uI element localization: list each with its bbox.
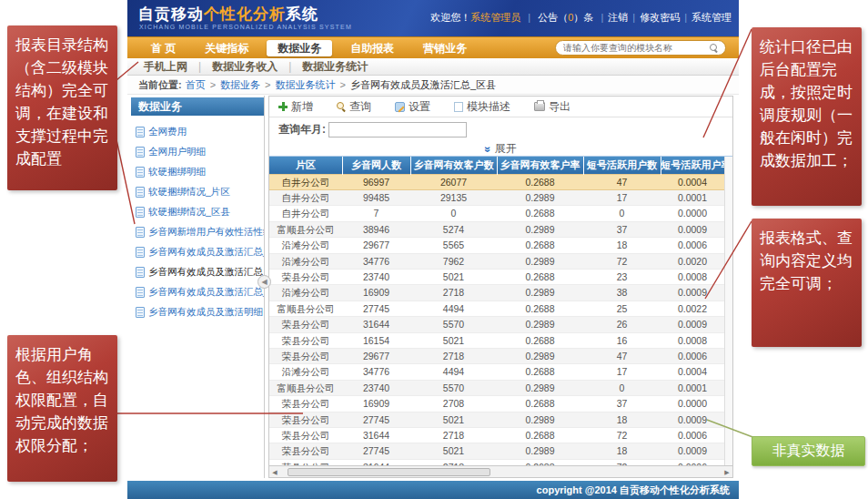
export-icon <box>534 102 545 111</box>
nav-tab-关键指标[interactable]: 关键指标 <box>194 40 259 56</box>
subnav-item-数据业务收入[interactable]: 数据业务收入 <box>212 59 278 75</box>
table-cell: 72 <box>583 253 661 269</box>
table-row[interactable]: 富顺县分公司2774544940.2688250.0022 <box>269 300 724 316</box>
expand-toggle[interactable]: » 展开 <box>485 141 517 157</box>
table-cell: 自井分公司 <box>269 189 342 205</box>
sidebar-title: 数据业务 <box>131 97 264 116</box>
table-row[interactable]: 荣县分公司2774550210.2989180.0009 <box>269 412 724 427</box>
search-icon[interactable] <box>710 44 718 52</box>
table-cell: 23 <box>583 269 661 284</box>
table-cell: 34776 <box>342 364 410 380</box>
sidebar-item[interactable]: 乡音网新增用户有效性活性统计 <box>131 222 264 242</box>
table-cell: 自井分公司 <box>269 206 342 221</box>
table-cell: 18 <box>583 443 661 459</box>
table-cell: 2718 <box>410 285 497 300</box>
table-cell: 25 <box>583 300 661 316</box>
toolbar-button-设置[interactable]: 设置 <box>395 99 430 115</box>
sidebar-collapse-button[interactable]: ◀ <box>257 275 271 289</box>
notice-link[interactable]: 公告（0）条 <box>538 12 593 23</box>
sidebar-item[interactable]: 软硬捆绑明细 <box>131 162 264 182</box>
header-link-系统管理[interactable]: 系统管理 <box>691 12 732 23</box>
table-row[interactable]: 自井分公司99485291350.2989170.0001 <box>269 189 724 205</box>
table-cell: 5565 <box>410 238 497 253</box>
toolbar-button-导出[interactable]: 导出 <box>534 99 570 115</box>
sidebar-item[interactable]: 全网费用 <box>131 122 264 142</box>
table-cell: 0.0006 <box>661 238 724 253</box>
subnav-item-手机上网[interactable]: 手机上网 <box>144 59 187 75</box>
table-cell: 0.0008 <box>661 269 724 284</box>
table-row[interactable]: 富顺县分公司3894652740.2989370.0009 <box>269 221 724 237</box>
toolbar-button-label: 模块描述 <box>467 99 510 115</box>
column-header: 乡音网人数 <box>342 157 410 174</box>
toolbar-button-模块描述[interactable]: 模块描述 <box>454 99 510 115</box>
nav-tab-营销业务[interactable]: 营销业务 <box>412 40 478 56</box>
table-cell: 72 <box>583 459 661 465</box>
app-title-part1: 自贡移动 <box>138 5 204 23</box>
app-subtitle: XICHANG MOBILE PERSONALIZED ANALYSIS SYS… <box>139 24 352 30</box>
column-header: 乡音网有效客户率 <box>497 157 583 174</box>
report-panel: 新增查询设置模块描述导出 查询年月: » 展开 <box>268 96 733 478</box>
toolbar-button-查询[interactable]: 查询 <box>337 99 371 115</box>
breadcrumb-link-数据业务[interactable]: 数据业务 <box>220 79 260 90</box>
table-row[interactable]: 荣县分公司3164427180.2688720.0006 <box>269 428 724 443</box>
module-desc-icon <box>454 102 463 112</box>
table-row[interactable]: 荣县分公司1615450210.2688160.0008 <box>269 332 724 348</box>
breadcrumb-link-首页[interactable]: 首页 <box>186 79 206 90</box>
table-row[interactable]: 自井分公司96997260770.2688470.0004 <box>269 174 724 189</box>
scrollbar-thumb[interactable] <box>288 468 490 476</box>
table-cell: 沿滩分公司 <box>269 253 342 269</box>
table-cell: 荣县分公司 <box>269 459 342 465</box>
nav-tab-首页[interactable]: 首 页 <box>140 40 187 56</box>
table-row[interactable]: 富顺县分公司2374055700.298900.0001 <box>269 380 724 395</box>
module-search-input[interactable] <box>563 43 710 53</box>
scroll-left-arrow-icon[interactable]: ◀ <box>269 466 280 478</box>
annotation-report-directory: 报表目录结构（含二级模块结构）完全可调，在建设和支撑过程中完成配置 <box>7 25 117 190</box>
sidebar-item[interactable]: 乡音网有效成员及激活汇总_乡镇 <box>131 282 264 302</box>
table-row[interactable]: 荣县分公司1690927080.2688370.0000 <box>269 396 724 412</box>
table-cell: 0.0004 <box>661 364 724 380</box>
scrollbar-track[interactable] <box>280 468 722 476</box>
sidebar-item[interactable]: 软硬捆绑情况_片区 <box>131 182 264 202</box>
sidebar-item[interactable]: 乡音网有效成员及激活明细 <box>131 302 264 322</box>
sidebar-item[interactable]: 乡音网有效成员及激活汇总_区县 <box>131 262 264 282</box>
table-cell: 47 <box>583 348 661 363</box>
separator: | <box>198 60 201 73</box>
sub-nav: 手机上网|数据业务收入|数据业务统计 <box>127 58 739 76</box>
table-row[interactable]: 荣县分公司2774550210.2989180.0009 <box>269 443 724 459</box>
table-cell: 0.2989 <box>497 221 583 237</box>
table-row[interactable]: 自井分公司700.268800.0000 <box>269 206 724 221</box>
vertical-scrollbar[interactable] <box>724 157 732 465</box>
table-cell: 0.2688 <box>497 269 583 284</box>
table-row[interactable]: 荣县分公司3164455700.2989260.0009 <box>269 317 724 332</box>
sidebar-item[interactable]: 软硬捆绑情况_区县 <box>131 202 264 222</box>
sidebar-item[interactable]: 乡音网有效成员及激活汇总_片区 <box>131 242 264 262</box>
toolbar-button-label: 设置 <box>409 99 430 115</box>
header-link-修改密码[interactable]: 修改密码 <box>640 12 680 23</box>
nav-tab-数据业务[interactable]: 数据业务 <box>267 40 332 56</box>
header-link-注销[interactable]: 注销 <box>608 12 628 23</box>
table-cell: 荣县分公司 <box>269 332 342 348</box>
toolbar-button-新增[interactable]: 新增 <box>278 99 313 115</box>
table-row[interactable]: 沿滩分公司2967755650.2688180.0006 <box>269 238 724 253</box>
breadcrumb-link-数据业务统计[interactable]: 数据业务统计 <box>276 79 336 90</box>
sidebar-item[interactable]: 全网用户明细 <box>131 142 264 162</box>
table-cell: 5021 <box>410 332 497 348</box>
subnav-item-数据业务统计[interactable]: 数据业务统计 <box>302 59 368 75</box>
table-row[interactable]: 沿滩分公司3477679620.2989720.0020 <box>269 253 724 269</box>
sidebar-item-label: 乡音网有效成员及激活明细 <box>148 306 263 319</box>
nav-tab-自助报表[interactable]: 自助报表 <box>339 40 405 56</box>
table-row[interactable]: 沿滩分公司1690927180.2989380.0009 <box>269 285 724 300</box>
column-header: 短号活跃用户率 <box>661 157 724 174</box>
table-row[interactable]: 沿滩分公司3477644940.2688170.0004 <box>269 364 724 380</box>
table-cell: 23740 <box>342 269 410 284</box>
table-cell: 31644 <box>342 428 410 443</box>
table-row[interactable]: 荣县分公司2967727180.2989470.0006 <box>269 348 724 363</box>
scroll-right-arrow-icon[interactable]: ▶ <box>722 466 732 478</box>
query-month-input[interactable] <box>328 122 467 137</box>
table-row[interactable]: 荣县分公司3164427180.2688720.0006 <box>269 459 724 465</box>
table-cell: 0.2688 <box>497 459 583 465</box>
toolbar-button-label: 查询 <box>349 99 371 115</box>
table-row[interactable]: 荣县分公司2374050210.2688230.0008 <box>269 269 724 284</box>
app-title: 自贡移动个性化分析系统 <box>138 4 318 25</box>
main-nav: 首 页关键指标数据业务自助报表营销业务 <box>127 36 739 58</box>
